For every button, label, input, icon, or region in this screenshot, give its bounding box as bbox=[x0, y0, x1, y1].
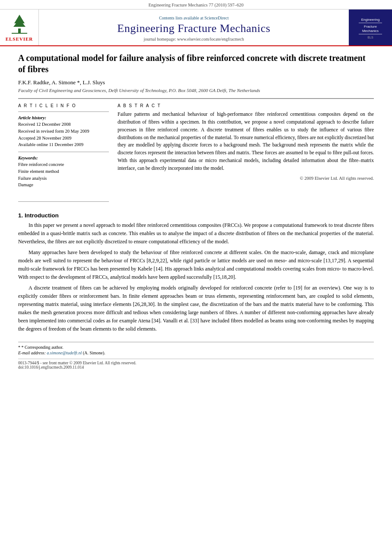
article-columns: A R T I C L E I N F O Article history: R… bbox=[18, 103, 374, 205]
footnote-email-line: E-mail address: a.simone@tudelft.nl (A. … bbox=[18, 350, 374, 355]
section-1-para-2: Many approaches have been developed to s… bbox=[18, 248, 374, 281]
article-info-header: A R T I C L E I N F O bbox=[18, 103, 109, 108]
journal-header: ELSEVIER Contents lists available at Sci… bbox=[0, 10, 392, 46]
author-names: F.K.F. Radtke, A. Simone *, L.J. Sluys bbox=[18, 79, 105, 86]
email-label: E-mail address: bbox=[18, 350, 46, 355]
authors-line: F.K.F. Radtke, A. Simone *, L.J. Sluys bbox=[18, 79, 374, 86]
abstract-header: A B S T R A C T bbox=[118, 103, 374, 108]
keyword-2: Finite element method bbox=[18, 168, 109, 175]
received-date-2: Received in revised form 20 May 2009 bbox=[18, 128, 109, 135]
footnote-corresponding: * * Corresponding author. bbox=[18, 345, 374, 350]
title-divider bbox=[18, 98, 374, 99]
main-content: A computational model for failure analys… bbox=[0, 46, 392, 378]
journal-logo-text: Engineering Fracture Mechanics ELS bbox=[355, 13, 386, 42]
section-1-para-3: A discrete treatment of fibres can be ac… bbox=[18, 284, 374, 333]
svg-rect-1 bbox=[18, 29, 21, 33]
journal-logo-box: Engineering Fracture Mechanics ELS bbox=[349, 10, 392, 45]
journal-top-bar: Engineering Fracture Mechanics 77 (2010)… bbox=[0, 0, 392, 10]
history-label: Article history: bbox=[18, 115, 109, 120]
accepted-date: Accepted 28 November 2009 bbox=[18, 135, 109, 142]
section-1: 1. Introduction In this paper we present… bbox=[18, 212, 374, 333]
elsevier-wordmark: ELSEVIER bbox=[6, 35, 33, 42]
doi-line: doi:10.1016/j.engfracmech.2009.11.014 bbox=[18, 365, 374, 369]
email-address[interactable]: a.simone@tudelft.nl bbox=[47, 350, 82, 355]
footer-bottom: 0013-7944/$ - see front matter © 2009 El… bbox=[18, 359, 374, 369]
abstract-column: A B S T R A C T Failure patterns and mec… bbox=[118, 103, 374, 205]
keywords-label: Keywords: bbox=[18, 156, 109, 160]
journal-citation: Engineering Fracture Mechanics 77 (2010)… bbox=[148, 3, 243, 7]
received-date-1: Received 12 December 2008 bbox=[18, 121, 109, 128]
footnote-star: * bbox=[18, 345, 22, 350]
section-1-title: 1. Introduction bbox=[18, 212, 374, 219]
keyword-1: Fibre reinforced concrete bbox=[18, 161, 109, 168]
footnote-label: * Corresponding author. bbox=[22, 345, 64, 350]
svg-text:Fracture: Fracture bbox=[364, 25, 377, 29]
journal-logo-icon: Engineering Fracture Mechanics ELS bbox=[355, 13, 386, 41]
article-info-column: A R T I C L E I N F O Article history: R… bbox=[18, 103, 109, 205]
section-1-para-1: In this paper we present a novel approac… bbox=[18, 221, 374, 246]
sciencedirect-link-text[interactable]: ScienceDirect bbox=[204, 16, 229, 20]
elsevier-logo-area: ELSEVIER bbox=[0, 10, 39, 45]
footnotes-area: * * Corresponding author. E-mail address… bbox=[18, 342, 374, 369]
info-divider-mid bbox=[18, 152, 109, 152]
abstract-text: Failure patterns and mechanical behaviou… bbox=[118, 111, 374, 172]
svg-text:Engineering: Engineering bbox=[361, 18, 380, 22]
journal-title-area: Contents lists available at ScienceDirec… bbox=[39, 10, 349, 45]
keyword-3: Failure analysis bbox=[18, 175, 109, 182]
svg-rect-4 bbox=[12, 33, 27, 34]
keyword-4: Damage bbox=[18, 182, 109, 188]
svg-text:ELS: ELS bbox=[367, 36, 373, 39]
email-suffix: (A. Simone). bbox=[83, 350, 105, 355]
journal-homepage: journal homepage: www.elsevier.com/locat… bbox=[143, 37, 244, 41]
elsevier-tree-icon bbox=[8, 13, 31, 35]
journal-title: Engineering Fracture Mechanics bbox=[117, 22, 270, 35]
affiliation-line: Faculty of Civil Engineering and Geoscie… bbox=[18, 88, 374, 93]
available-date: Available online 11 December 2009 bbox=[18, 141, 109, 148]
copyright-notice: © 2009 Elsevier Ltd. All rights reserved… bbox=[118, 176, 374, 181]
issn-line: 0013-7944/$ - see front matter © 2009 El… bbox=[18, 361, 374, 365]
paper-title: A computational model for failure analys… bbox=[18, 52, 374, 75]
info-divider-bot bbox=[18, 201, 109, 202]
svg-text:Mechanics: Mechanics bbox=[362, 29, 379, 33]
sciencedirect-label: Contents lists available at ScienceDirec… bbox=[159, 16, 229, 20]
info-divider-top bbox=[18, 111, 109, 112]
